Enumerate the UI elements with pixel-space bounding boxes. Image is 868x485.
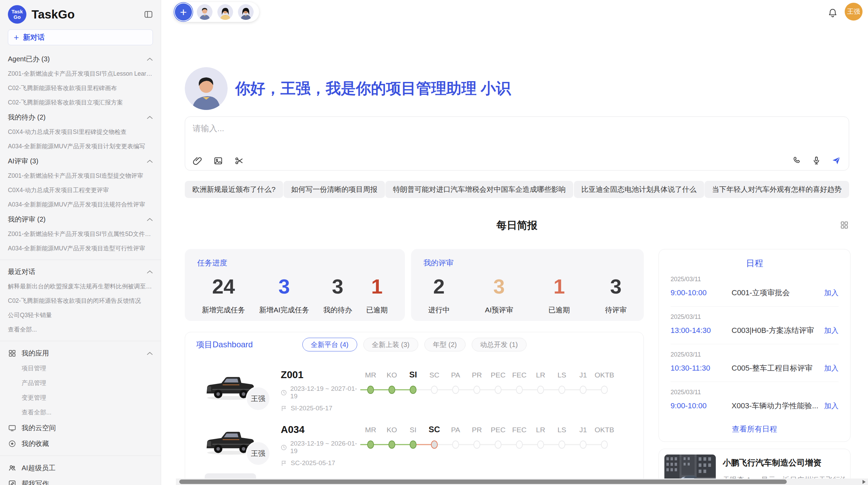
dashboard-tab[interactable]: 全新平台 (4) [302, 338, 357, 351]
horizontal-scrollbar[interactable] [176, 478, 868, 485]
sidebar-chat-item[interactable]: C02-飞腾新能源轻客改款项目里程碑画布 [8, 81, 153, 95]
sidebar-item-star-badge-icon[interactable]: 我的收藏 [8, 436, 153, 451]
suggestion-chip[interactable]: 比亚迪全固态电池计划具体说了什么 [574, 181, 704, 198]
sidebar-item-my-apps[interactable]: 我的应用 [8, 345, 153, 361]
dashboard-header: 项目Dashboard 全新平台 (4)全新上装 (3)年型 (2)动总开发 (… [185, 332, 643, 357]
stat-row: 2进行中3AI预评审1已逾期3待评审 [423, 276, 631, 315]
suggestion-chip[interactable]: 当下年轻人对汽车外观有怎样的喜好趋势 [704, 181, 849, 198]
scrollbar-thumb[interactable] [179, 480, 787, 484]
sidebar-chat-item[interactable]: Z001-全新燃油皮卡产品开发项目SI节点Lesson Learn报告 [8, 66, 153, 81]
schedule-time: 9:00-10:00 [671, 288, 732, 297]
join-meeting-link[interactable]: 加入 [824, 401, 839, 411]
view-all-chats-link[interactable]: 查看全部... [8, 322, 153, 337]
star-badge-icon [8, 439, 16, 448]
stat-row: 24新增完成任务3新增AI完成任务3我的待办1已逾期 [197, 276, 393, 315]
schedule-item: 2025/03/119:00-10:00C001-立项审批会加入 [671, 269, 839, 306]
mic-icon[interactable] [812, 156, 821, 165]
svg-text:PA: PA [451, 371, 460, 379]
app-sub-item[interactable]: 查看全部... [8, 405, 153, 420]
sidebar-chat-item[interactable]: A034-全新新能源MUV产品开发项目计划变更表编写 [8, 139, 153, 153]
sidebar-section-header[interactable]: 我的待办 (2) [8, 110, 153, 125]
stat-value: 3 [259, 276, 309, 298]
sidebar-section-header[interactable]: AI评审 (3) [8, 153, 153, 169]
notification-bell-icon[interactable] [828, 8, 838, 19]
schedule-date: 2025/03/11 [671, 351, 839, 358]
sidebar-item-cloud-space-icon[interactable]: 我的云空间 [8, 420, 153, 436]
paperclip-icon[interactable] [193, 156, 202, 165]
stat-value: 3 [605, 276, 627, 298]
clock-icon [281, 389, 287, 396]
suggestion-chip[interactable]: 如何写一份清晰的项目周报 [284, 181, 385, 198]
project-owner-badge: 王强 [246, 441, 270, 466]
dashboard-tab[interactable]: 年型 (2) [424, 338, 466, 351]
project-info: A0342023-12-19 ~ 2026-01-19SC-2025-05-17 [281, 424, 359, 467]
section-title: 我的评审 (2) [8, 215, 46, 224]
recent-chat-item[interactable]: C02-飞腾新能源轻客改款项目的闭环通告反馈情况 [8, 294, 153, 308]
sidebar-sections: Agent已办 (3)Z001-全新燃油皮卡产品开发项目SI节点Lesson L… [8, 51, 153, 337]
sidebar-tool-item[interactable]: AI超级员工 [8, 460, 153, 476]
recent-chat-item[interactable]: 公司Q3轻卡销量 [8, 308, 153, 322]
sidebar: Task Go TaskGo + 新对话 Agent已办 (3)Z001-全新燃… [0, 0, 161, 485]
app-sub-item[interactable]: 变更管理 [8, 390, 153, 405]
task-progress-card: 任务进度24新增完成任务3新增AI完成任务3我的待办1已逾期 [185, 249, 405, 321]
project-image: 王强 [205, 424, 256, 458]
send-icon[interactable] [831, 156, 841, 165]
join-meeting-link[interactable]: 加入 [824, 326, 839, 335]
project-row[interactable]: 王强A0342023-12-19 ~ 2026-01-19SC-2025-05-… [185, 424, 643, 467]
stat-item: 1已逾期 [366, 276, 388, 315]
add-workspace-button[interactable]: + [175, 3, 192, 21]
sidebar-section-header[interactable]: Agent已办 (3) [8, 51, 153, 66]
scrollbar-right-arrow[interactable] [863, 480, 866, 484]
suggestion-chip[interactable]: 欧洲新规最近颁布了什么? [185, 181, 283, 198]
sidebar-chat-item[interactable]: Z001-全新燃油轻卡产品开发项目SI节点属性5D文件评审 [8, 227, 153, 241]
app-sub-item[interactable]: 产品管理 [8, 376, 153, 390]
briefing-grid-icon[interactable] [840, 221, 849, 231]
write-icon [8, 480, 16, 485]
sidebar-chat-item[interactable]: A034-全新新能源MUV产品开发项目法规符合性评审 [8, 197, 153, 212]
join-meeting-link[interactable]: 加入 [824, 288, 839, 298]
schedule-row: 10:30-11:30C005-整车工程目标评审加入 [671, 363, 839, 373]
svg-text:PEC: PEC [491, 426, 505, 434]
sidebar-section-header[interactable]: 最近对话 [8, 264, 153, 279]
new-chat-button[interactable]: + 新对话 [8, 29, 153, 45]
divider [0, 456, 161, 456]
stat-label: 进行中 [428, 305, 450, 315]
recent-chat-item[interactable]: 解释最新出台的欧盟报废车法规再生塑料比例被调至15%... [8, 279, 153, 294]
app-title: TaskGo [32, 8, 144, 21]
dashboard-tabs: 全新平台 (4)全新上装 (3)年型 (2)动总开发 (1) [302, 338, 527, 351]
image-icon[interactable] [214, 156, 223, 165]
svg-text:PR: PR [472, 371, 482, 379]
sidebar-chat-item[interactable]: C0X4-动力总成开发项目SI里程碑提交物检查 [8, 125, 153, 139]
phone-icon[interactable] [792, 156, 801, 165]
sidebar-chat-item[interactable]: A034-全新新能源MUV产品开发项目造型可行性评审 [8, 241, 153, 256]
schedule-name: C003|H0B-方案冻结评审 [732, 325, 824, 336]
app-sub-item[interactable]: 项目管理 [8, 361, 153, 376]
logo-line2: Go [14, 14, 21, 20]
sidebar-section-header[interactable]: 我的评审 (2) [8, 212, 153, 227]
project-flag: SI-2025-05-17 [281, 405, 359, 412]
project-info: Z0012023-12-19 ~ 2027-01-19SI-2025-05-17 [281, 369, 359, 412]
workspace-switcher: + [173, 2, 259, 22]
chat-input[interactable] [193, 124, 841, 133]
dashboard-tab[interactable]: 动总开发 (1) [472, 338, 527, 351]
sidebar-chat-item[interactable]: Z001-全新燃油轻卡产品开发项目SI造型提交物评审 [8, 169, 153, 183]
project-row[interactable]: 王强Z0012023-12-19 ~ 2027-01-19SI-2025-05-… [185, 369, 643, 412]
svg-text:OKTB: OKTB [594, 371, 614, 379]
sidebar-chat-item[interactable]: C0X4-动力总成开发项目工程变更评审 [8, 183, 153, 197]
sidebar-tool-item[interactable]: 帮我写作 [8, 476, 153, 485]
dashboard-tab[interactable]: 全新上装 (3) [363, 338, 418, 351]
scissors-icon[interactable] [234, 156, 244, 165]
user-avatar[interactable]: 王强 [845, 3, 863, 21]
project-dashboard-card: 项目Dashboard 全新平台 (4)全新上装 (3)年型 (2)动总开发 (… [185, 332, 644, 485]
join-meeting-link[interactable]: 加入 [824, 363, 839, 373]
workspace-avatar-1[interactable] [197, 4, 213, 20]
schedule-row: 13:00-14:30C003|H0B-方案冻结评审加入 [671, 325, 839, 336]
workspace-avatar-2[interactable] [217, 4, 233, 20]
sidebar-chat-item[interactable]: C02-飞腾新能源轻客改款项目立项汇报方案 [8, 95, 153, 110]
workspace-avatar-3[interactable] [238, 4, 254, 20]
sidebar-collapse-icon[interactable] [144, 10, 153, 19]
daily-briefing-title: 每日简报 [185, 219, 849, 233]
view-all-schedule-link[interactable]: 查看所有日程 [671, 419, 839, 439]
suggestion-chip[interactable]: 特朗普可能对进口汽车增税会对中国车企造成哪些影响 [385, 181, 573, 198]
sidebar-item-label: 我的收藏 [22, 439, 153, 448]
